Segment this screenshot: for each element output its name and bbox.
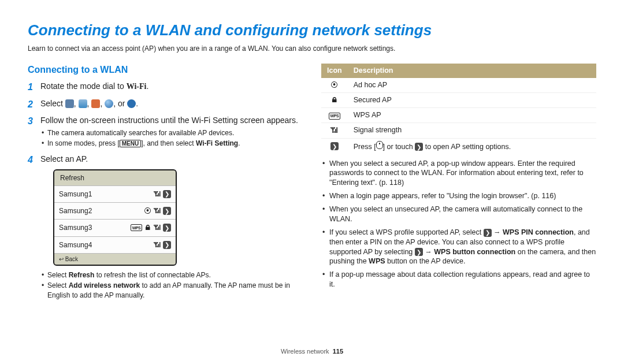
after-note-2: Select Add wireless network to add an AP…	[40, 281, 303, 299]
arrow-icon: ❯	[163, 207, 171, 215]
table-row: 📶︎ Signal strength	[321, 122, 596, 138]
table-row: ⦿ Ad hoc AP	[321, 78, 596, 92]
wifi-icon: 📶︎	[154, 223, 161, 232]
note-5: If a pop-up message about data collectio…	[321, 270, 596, 289]
page-footer: Wireless network 115	[0, 347, 624, 356]
th-icon: Icon	[321, 64, 348, 78]
icon-description-table: Icon Description ⦿ Ad hoc AP 🔒︎ Secured …	[321, 64, 596, 154]
table-row: 🔒︎ Secured AP	[321, 93, 596, 108]
step-3: 3 Follow the on-screen instructions unti…	[28, 115, 303, 148]
note-2: When a login page appears, refer to "Usi…	[321, 191, 596, 201]
select-icon-2	[79, 99, 87, 108]
adhoc-icon: ⦿	[330, 80, 338, 89]
wifi-icon: 📶︎	[154, 206, 161, 216]
ap-row-4: Samsung4 📶︎ ❯	[54, 236, 176, 253]
device-back: ↩ Back	[54, 253, 176, 265]
arrow-icon: ❯	[415, 248, 423, 256]
arrow-icon: ❯	[163, 190, 171, 198]
ap-list-device: Refresh Samsung1 📶︎ ❯ Samsung2 ⦿ 📶︎	[53, 169, 177, 266]
wifi-icon: 📶︎	[154, 190, 161, 199]
wps-icon: WPS	[329, 113, 340, 120]
footer-section: Wireless network	[281, 348, 329, 355]
ap-row-1: Samsung1 📶︎ ❯	[54, 185, 176, 202]
arrow-icon: ❯	[484, 229, 492, 237]
lock-icon: 🔒︎	[331, 96, 338, 104]
table-row: ❯ Press [] or touch ❯ to open AP setting…	[321, 138, 596, 154]
ap-row-3: Samsung3 WPS 🔒︎ 📶︎ ❯	[54, 219, 176, 236]
arrow-icon: ❯	[330, 142, 339, 150]
adhoc-icon: ⦿	[144, 207, 151, 215]
ap-row-2: Samsung2 ⦿ 📶︎ ❯	[54, 202, 176, 219]
left-column: Connecting to a WLAN 1 Rotate the mode d…	[28, 64, 303, 306]
select-icon-3	[91, 99, 100, 108]
section-heading: Connecting to a WLAN	[28, 64, 303, 76]
menu-key-icon: MENU	[120, 140, 141, 147]
scroll-icon	[376, 141, 383, 149]
arrow-icon: ❯	[163, 241, 171, 249]
step2-pre: Select	[40, 99, 65, 108]
signal-icon: 📶︎	[330, 126, 338, 135]
device-refresh: Refresh	[54, 170, 176, 185]
step-4: 4 Select an AP. Refresh Samsung1 📶︎ ❯ Sa…	[28, 154, 303, 300]
select-icon-1	[65, 99, 74, 108]
note-1: When you select a secured AP, a pop-up w…	[321, 159, 596, 188]
arrow-icon: ❯	[415, 143, 423, 151]
table-row: WPS WPS AP	[321, 107, 596, 122]
wps-icon: WPS	[131, 224, 142, 231]
step4-text: Select an AP.	[40, 154, 88, 164]
wifi-icon: 📶︎	[154, 240, 161, 250]
arrow-icon: ❯	[163, 224, 171, 232]
wifi-word-icon: Wi-Fi	[127, 82, 147, 91]
step-1: 1 Rotate the mode dial to Wi-Fi.	[28, 81, 303, 92]
right-column: Icon Description ⦿ Ad hoc AP 🔒︎ Secured …	[321, 64, 596, 306]
note-3: When you select an unsecured AP, the cam…	[321, 205, 596, 224]
step3-sub2: In some modes, press [MENU], and then se…	[40, 139, 303, 148]
note-4: If you select a WPS profile supported AP…	[321, 228, 596, 267]
step3-sub1: The camera automatically searches for av…	[40, 128, 303, 138]
select-icon-5	[127, 99, 136, 108]
intro-text: Learn to connect via an access point (AP…	[28, 44, 596, 53]
step3-text: Follow the on-screen instructions until …	[40, 116, 298, 125]
after-note-1: Select Refresh to refresh the list of co…	[40, 270, 303, 280]
th-desc: Description	[348, 64, 596, 78]
lock-icon: 🔒︎	[144, 224, 151, 232]
step1-pre: Rotate the mode dial to	[40, 81, 127, 91]
page-title: Connecting to a WLAN and configuring net…	[28, 20, 596, 40]
page-number: 115	[333, 348, 343, 355]
step-2: 2 Select , , , , or .	[28, 98, 303, 109]
select-icon-4	[105, 99, 113, 108]
step1-post: .	[146, 81, 148, 91]
